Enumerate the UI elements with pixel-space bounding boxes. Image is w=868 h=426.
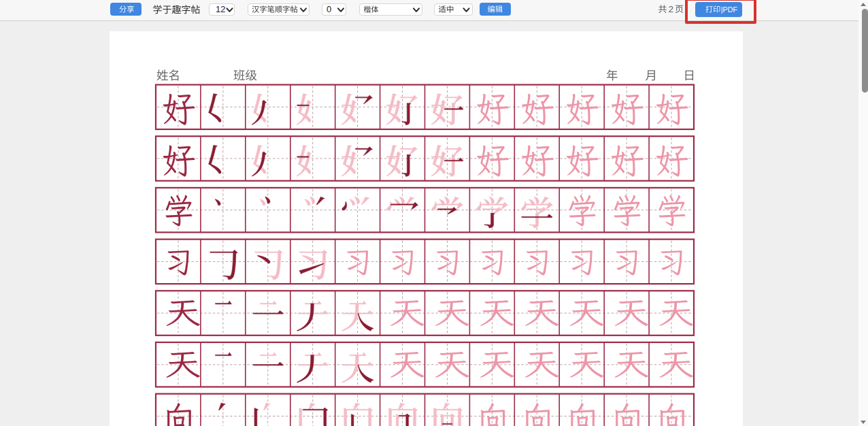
svg-text:2: 2 — [669, 4, 674, 14]
